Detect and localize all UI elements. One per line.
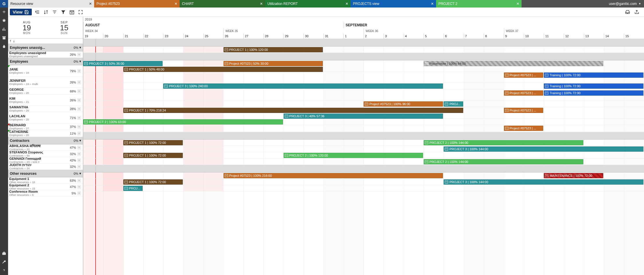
rail-drop-icon[interactable] [0,42,8,51]
tab-close-icon[interactable]: ✕ [172,2,177,6]
day-header[interactable]: 9 [504,34,524,39]
rail-star-icon[interactable] [0,16,8,25]
day-header[interactable]: 10 [524,34,544,39]
day-header[interactable]: 14 [604,34,624,39]
rail-wrench-icon[interactable] [0,258,8,266]
day-header[interactable]: 27 [243,34,263,39]
resource-row[interactable]: ABHILASHA अभिलाषाContractors = 2247%+ [8,144,83,151]
filter-icon[interactable] [60,9,66,15]
day-header[interactable]: 7 [464,34,484,39]
resource-row[interactable]: CATHERINEEmployees = 2811%+ [8,130,83,137]
task-bar[interactable]: PROJECT 3 | 100% 144:00 [444,146,643,152]
resource-row[interactable]: LACHLANEmployees = 2571%+ [8,112,83,124]
group-row[interactable]: Other resources0%▾ [8,170,83,177]
task-bar[interactable]: PROJECT 1 | 100% 72:00 [123,153,183,158]
rail-briefcase-icon[interactable] [0,249,8,258]
task-bar[interactable]: PROJECT 2 | 100% 144:00 [424,140,583,145]
share-icon[interactable] [634,9,640,15]
tab-1[interactable]: Project #07523✕ [94,0,180,8]
add-task-icon[interactable]: + [77,146,81,150]
add-task-icon[interactable]: + [77,158,81,162]
add-task-icon[interactable]: + [77,53,81,57]
rail-help-icon[interactable] [0,266,8,275]
day-header[interactable]: 30 [304,34,323,39]
rail-chart-icon[interactable] [0,25,8,34]
task-bar[interactable]: PROJECT 3 | 100% 240:00 [163,83,443,89]
task-bar[interactable]: PROJECT 1 | 100% 120:00 [224,47,323,52]
day-header[interactable]: 21 [123,34,143,39]
expand-all-icon[interactable]: ⤓ [13,40,15,43]
tab-close-icon[interactable]: ✕ [86,2,92,6]
day-header[interactable]: 4 [404,34,424,39]
resource-row[interactable]: BERNARDEmployees = 2737%+ [8,124,83,130]
add-task-icon[interactable]: + [77,179,81,183]
task-bar[interactable]: PROJECT 2 | 100% 120:00 [284,153,423,158]
fullscreen-icon[interactable] [77,9,84,15]
day-header[interactable]: 2 [364,34,384,39]
rail-archive-icon[interactable] [0,34,8,42]
task-bar[interactable]: PROJECT 3 | 40% 57:36 [284,114,443,119]
chevron-down-icon[interactable]: ▾ [79,46,81,49]
task-bar[interactable]: PROJECT 2 | 100% 144:00 [424,159,583,164]
task-bar[interactable]: PROJECT 3 | 50% 36:00 [83,61,163,66]
add-task-icon[interactable]: + [77,89,81,93]
day-header[interactable]: 29 [283,34,303,39]
add-task-icon[interactable]: + [77,131,81,135]
date-to[interactable]: SEP 15 SUN [46,17,83,38]
tab-close-icon[interactable]: ✕ [257,2,263,6]
day-header[interactable]: 13 [584,34,604,39]
collapse-all-icon[interactable]: ⤒ [9,40,12,43]
day-header[interactable]: 31 [323,34,343,39]
inbox-icon[interactable] [624,9,631,15]
add-task-icon[interactable]: + [77,125,81,129]
task-bar[interactable]: Training | 100% 72:00 [544,73,643,78]
day-header[interactable]: 24 [183,34,203,39]
day-header[interactable]: 26 [223,34,243,39]
rail-add-icon[interactable] [0,8,8,16]
tab-3[interactable]: Utilization REPORT✕ [265,0,351,8]
chevron-down-icon[interactable]: ▾ [79,172,81,175]
task-bar[interactable]: Project #07523 | 100% 216:00 [224,173,443,178]
day-header[interactable]: 25 [203,34,223,39]
day-header[interactable]: 6 [444,34,464,39]
day-header[interactable]: 20 [103,34,123,39]
tab-close-icon[interactable]: ✕ [513,2,519,6]
sort-icon[interactable] [43,9,49,15]
add-task-icon[interactable]: + [77,107,81,111]
day-header[interactable]: 23 [163,34,183,39]
view-button[interactable]: View [10,9,32,15]
day-header[interactable]: 3 [384,34,403,39]
day-header[interactable]: 28 [263,34,283,39]
resource-row[interactable]: KIMEmployees = 2126%+ [8,95,83,106]
user-menu[interactable]: user@ganttic.com▼ [606,0,644,8]
day-header[interactable]: 1 [343,34,363,39]
add-task-icon[interactable]: + [77,165,81,169]
resource-row[interactable]: Conference RoomOther resources = 65%+ [8,190,83,196]
add-task-icon[interactable]: + [77,80,81,84]
tab-close-icon[interactable]: ✕ [343,2,348,6]
resource-row[interactable]: STEFANOS ΣτεφανοςContractors = 5032%+ [8,151,83,157]
task-bar[interactable]: Project #07523 | ... [504,73,544,78]
tab-4[interactable]: PROJECTS view✕ [351,0,436,8]
resource-row[interactable]: Employees unassignedEmployees unassigned… [8,51,83,58]
tab-2[interactable]: CHART✕ [180,0,265,8]
add-task-icon[interactable]: + [77,152,81,156]
day-header[interactable]: 5 [424,34,444,39]
day-header[interactable]: 8 [484,34,504,39]
tab-0[interactable]: Resource view✕ [8,0,94,8]
task-bar[interactable]: PROJECT 1 | 100% 72:00 [123,179,183,185]
group-row[interactable]: Employees unassig...0%▾ [8,44,83,51]
task-bar[interactable]: Project #07523 | ... [504,126,544,131]
calendar-add-icon[interactable] [69,9,75,15]
day-header[interactable]: 22 [143,34,163,39]
task-bar[interactable]: Project #07523 | 100% 96:00 [364,101,443,107]
day-header[interactable]: 12 [564,34,584,39]
tab-5[interactable]: PROJECT 2✕ [436,0,522,8]
resource-row[interactable]: JUDITH יהודיתContractors = 2432%+ [8,163,83,170]
chevron-down-icon[interactable]: ▾ [79,139,81,142]
task-bar[interactable]: Training | 100% 72:00 [544,83,643,89]
date-from[interactable]: AUG 19 MON [8,17,46,38]
group-row[interactable]: Contractors0%▾ [8,137,83,144]
resource-row[interactable]: JENNIFEREmployees = 19 = multi26%+ [8,77,83,88]
add-task-icon[interactable]: + [77,116,81,120]
